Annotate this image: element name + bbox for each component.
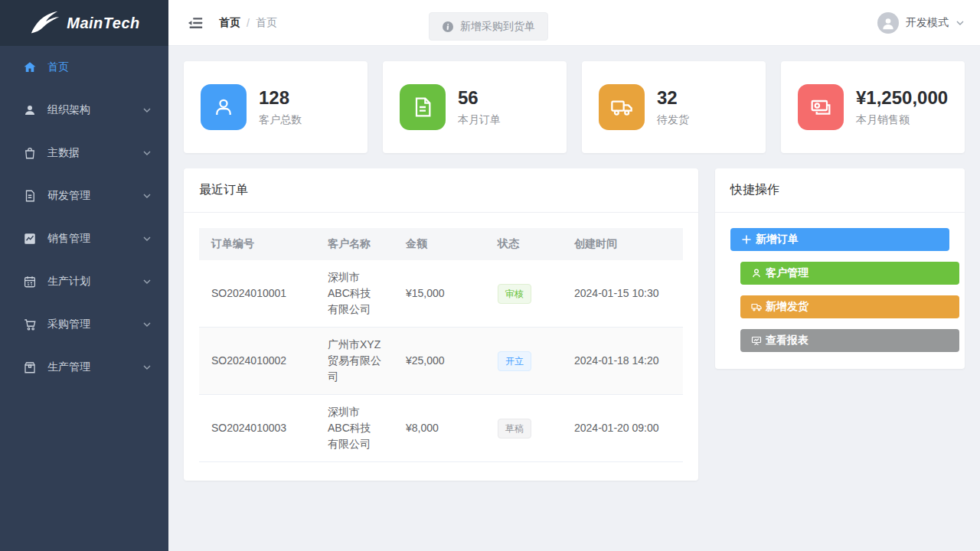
stat-card-monthly-orders: 56 本月订单 [383, 61, 567, 153]
orders-table: 订单编号 客户名称 金额 状态 创建时间 SO2024010001 [199, 228, 683, 462]
col-header-customer: 客户名称 [315, 228, 394, 260]
cell-order-no: SO2024010001 [199, 260, 315, 328]
table-header-row: 订单编号 客户名称 金额 状态 创建时间 [199, 228, 683, 260]
stat-value: 56 [458, 87, 501, 109]
sidebar-item-master-data[interactable]: 主数据 [0, 132, 168, 174]
cell-amount: ¥15,000 [394, 260, 485, 328]
stat-card-pending-shipments: 32 待发货 [582, 61, 766, 153]
info-icon [442, 21, 454, 33]
sidebar-nav: 首页 组织架构 主数据 研发管理 销售管理 [0, 46, 168, 551]
document-icon [400, 84, 446, 130]
chevron-down-icon [142, 148, 152, 158]
main-area: 首页 / 首页 新增采购到货单 开发模式 [168, 0, 980, 551]
recent-orders-title: 最近订单 [184, 168, 698, 213]
cart-icon [23, 318, 37, 331]
new-order-button[interactable]: 新增订单 [730, 228, 949, 251]
sidebar-item-production-plan[interactable]: 生产计划 [0, 260, 168, 303]
sidebar-item-home[interactable]: 首页 [0, 46, 168, 89]
cell-order-no: SO2024010003 [199, 395, 315, 462]
cell-status: 草稿 [485, 395, 562, 462]
sidebar-item-label: 生产计划 [47, 275, 90, 289]
user-menu[interactable]: 开发模式 [877, 12, 965, 34]
report-icon [751, 335, 762, 346]
cell-amount: ¥25,000 [394, 328, 485, 395]
new-shipment-label: 新增发货 [766, 300, 808, 314]
user-mode-label: 开发模式 [906, 16, 949, 30]
breadcrumb-separator: / [247, 17, 250, 29]
sidebar-item-organization[interactable]: 组织架构 [0, 89, 168, 132]
table-row: SO2024010001 深圳市ABC科技有限公司 ¥15,000 审核 202… [199, 260, 683, 328]
view-reports-label: 查看报表 [766, 334, 808, 347]
cell-created: 2024-01-18 14:20 [562, 328, 683, 395]
chevron-down-icon [142, 191, 152, 201]
chevron-down-icon [956, 18, 965, 28]
logo: MainTech [0, 0, 168, 46]
plus-icon [741, 234, 752, 245]
user-icon [751, 268, 762, 279]
cell-order-no: SO2024010002 [199, 328, 315, 395]
recent-orders-panel: 最近订单 订单编号 客户名称 金额 状态 创建时间 [184, 168, 698, 481]
stat-label: 待发货 [657, 113, 689, 127]
sidebar-fold-icon[interactable] [187, 15, 204, 31]
sidebar-item-rd-management[interactable]: 研发管理 [0, 174, 168, 217]
page-content: 128 客户总数 56 本月订单 [168, 46, 980, 496]
user-icon [201, 84, 247, 130]
table-row: SO2024010003 深圳市ABC科技有限公司 ¥8,000 草稿 2024… [199, 395, 683, 462]
view-reports-button[interactable]: 查看报表 [740, 329, 959, 352]
quick-actions-panel: 快捷操作 新增订单 客户管理 新增发货 [715, 168, 965, 369]
stat-label: 本月订单 [458, 113, 501, 127]
breadcrumb: 首页 / 首页 [219, 16, 277, 30]
calendar-icon [23, 275, 37, 289]
sidebar-item-label: 主数据 [47, 146, 80, 160]
col-header-amount: 金额 [394, 228, 485, 260]
new-shipment-button[interactable]: 新增发货 [740, 295, 959, 318]
cell-status: 审核 [485, 260, 562, 328]
sidebar-item-sales-management[interactable]: 销售管理 [0, 217, 168, 260]
chevron-down-icon [142, 363, 152, 372]
chevron-down-icon [142, 277, 152, 286]
stat-card-customers: 128 客户总数 [184, 61, 368, 153]
breadcrumb-root[interactable]: 首页 [219, 16, 240, 30]
sidebar-item-manufacturing-management[interactable]: 生产管理 [0, 346, 168, 389]
logo-text: MainTech [67, 15, 140, 32]
package-icon [23, 360, 37, 374]
new-purchase-arrival-label: 新增采购到货单 [460, 20, 535, 34]
cell-status: 开立 [485, 328, 562, 395]
recent-orders-body: 订单编号 客户名称 金额 状态 创建时间 SO2024010001 [184, 213, 698, 481]
money-icon [798, 84, 844, 130]
truck-icon [751, 302, 762, 312]
panels: 最近订单 订单编号 客户名称 金额 状态 创建时间 [184, 168, 965, 481]
sidebar: MainTech 首页 组织架构 主数据 研发管理 [0, 0, 168, 551]
status-badge: 审核 [498, 284, 531, 304]
customer-management-button[interactable]: 客户管理 [740, 262, 959, 285]
quick-actions-title: 快捷操作 [715, 168, 965, 213]
app-root: MainTech 首页 组织架构 主数据 研发管理 [0, 0, 980, 551]
customer-management-label: 客户管理 [766, 266, 808, 280]
truck-icon [599, 84, 645, 130]
sidebar-item-label: 销售管理 [47, 232, 90, 246]
cell-customer: 深圳市ABC科技有限公司 [315, 260, 394, 328]
breadcrumb-current: 首页 [256, 16, 277, 30]
cell-customer: 深圳市ABC科技有限公司 [315, 395, 394, 462]
sidebar-item-purchase-management[interactable]: 采购管理 [0, 303, 168, 346]
avatar [877, 12, 899, 34]
col-header-status: 状态 [485, 228, 562, 260]
document-icon [23, 189, 37, 203]
sidebar-item-label: 研发管理 [47, 189, 90, 203]
status-badge: 草稿 [498, 419, 531, 439]
stat-value: ¥1,250,000 [856, 87, 948, 109]
stat-label: 本月销售额 [856, 113, 948, 127]
status-badge: 开立 [498, 351, 531, 371]
cell-created: 2024-01-20 09:00 [562, 395, 683, 462]
cell-customer: 广州市XYZ贸易有限公司 [315, 328, 394, 395]
new-purchase-arrival-button[interactable]: 新增采购到货单 [429, 12, 548, 41]
user-icon [880, 15, 896, 31]
topbar: 首页 / 首页 新增采购到货单 开发模式 [168, 0, 980, 46]
chevron-down-icon [142, 320, 152, 329]
chevron-down-icon [142, 234, 152, 243]
sidebar-item-label: 首页 [47, 60, 69, 74]
sidebar-item-label: 组织架构 [47, 103, 90, 117]
chevron-down-icon [142, 106, 152, 115]
logo-swoosh-icon [28, 8, 64, 38]
stat-value: 32 [657, 87, 689, 109]
